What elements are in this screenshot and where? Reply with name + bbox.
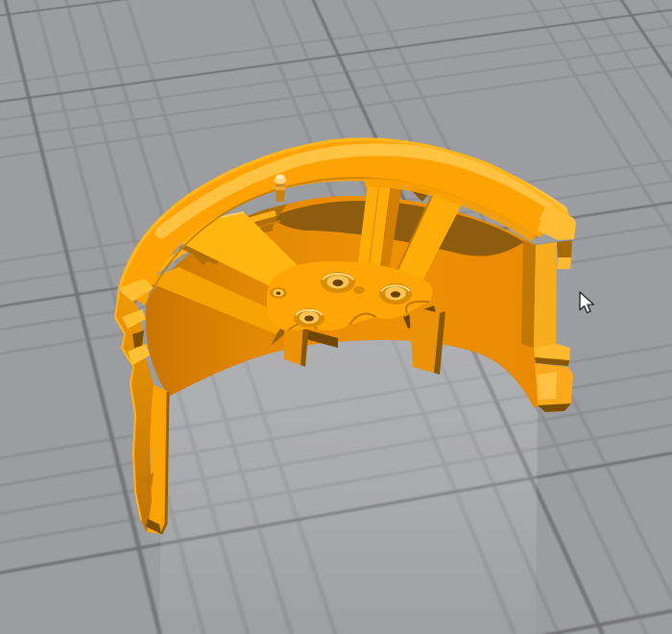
grid-floor	[0, 0, 672, 634]
viewport-3d[interactable]	[0, 0, 672, 634]
floor-scene	[0, 0, 672, 634]
